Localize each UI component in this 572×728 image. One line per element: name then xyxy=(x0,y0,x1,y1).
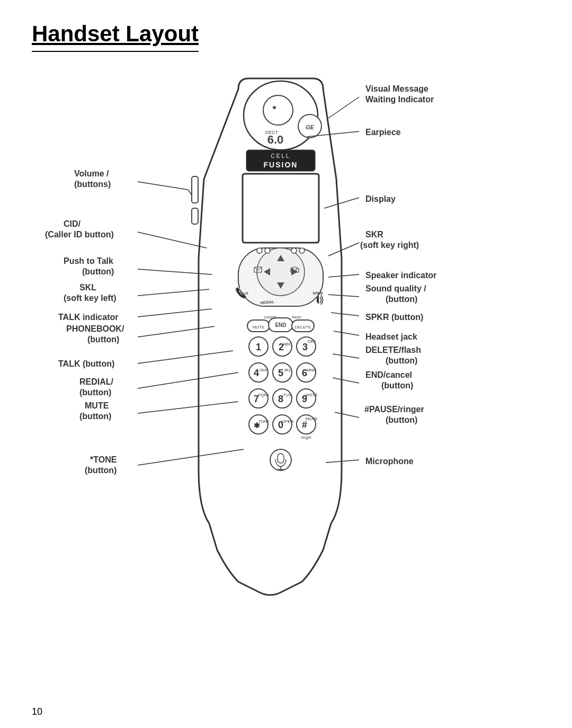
svg-text:DELETE: DELETE xyxy=(294,325,311,330)
label-delete-flash: DELETE/flash xyxy=(365,345,421,354)
svg-text:(button): (button) xyxy=(79,388,111,397)
label-talk-indicator: TALK indicator xyxy=(58,313,118,322)
label-visual-message: Visual Message xyxy=(365,84,428,93)
svg-text:MUTE: MUTE xyxy=(253,325,265,330)
svg-text:(button): (button) xyxy=(79,412,111,421)
svg-point-1 xyxy=(263,95,293,125)
label-skr: SKR xyxy=(365,230,383,239)
svg-text:TONE: TONE xyxy=(258,420,269,423)
svg-point-29 xyxy=(299,248,305,253)
svg-text:END: END xyxy=(275,322,286,328)
page-title: Handset Layout xyxy=(32,21,199,52)
label-phonebook: PHONEBOOK/ xyxy=(66,324,124,333)
svg-text:(soft key right): (soft key right) xyxy=(360,241,419,250)
page-number: 10 xyxy=(32,706,42,717)
label-spkr-button: SPKR (button) xyxy=(365,313,423,322)
svg-line-84 xyxy=(138,182,188,190)
phone-body: GE DECT 6.0 CELL FUSION CID xyxy=(192,78,342,595)
svg-text:3: 3 xyxy=(302,342,308,352)
handset-diagram: GE DECT 6.0 CELL FUSION CID xyxy=(32,68,540,677)
page-container: Handset Layout GE DECT 6.0 xyxy=(0,0,572,728)
svg-text:PQRS: PQRS xyxy=(258,393,269,397)
label-pause-ringer: #PAUSE/ringer xyxy=(364,405,424,414)
label-speaker-indicator: Speaker indicator xyxy=(365,271,436,280)
label-volume: Volume / xyxy=(74,169,109,178)
svg-text:JKL: JKL xyxy=(284,368,291,372)
label-talk-button: TALK (button) xyxy=(58,359,114,368)
svg-text:5: 5 xyxy=(278,368,283,378)
label-mute: MUTE xyxy=(85,401,109,410)
svg-line-80 xyxy=(328,97,359,118)
svg-text:(button): (button) xyxy=(381,381,413,390)
svg-text:(buttons): (buttons) xyxy=(74,180,111,189)
svg-text:FUSION: FUSION xyxy=(264,161,298,169)
svg-text:ringer: ringer xyxy=(301,435,312,440)
label-sound-quality: Sound quality / xyxy=(365,284,426,293)
svg-text:GHI: GHI xyxy=(260,368,267,372)
svg-text:(Caller ID button): (Caller ID button) xyxy=(45,230,114,239)
svg-text:DEF: DEF xyxy=(308,339,316,344)
label-display: Display xyxy=(365,194,396,203)
label-skl: SKL xyxy=(79,283,96,292)
svg-line-87 xyxy=(138,232,207,248)
label-earpiece: Earpiece xyxy=(365,128,401,137)
svg-point-22 xyxy=(240,288,242,290)
svg-text:1: 1 xyxy=(256,342,261,352)
label-end-cancel: END/cancel xyxy=(365,370,412,379)
svg-rect-78 xyxy=(192,176,198,203)
svg-text:TUV: TUV xyxy=(283,393,292,397)
svg-point-28 xyxy=(291,248,297,253)
svg-rect-79 xyxy=(192,208,198,224)
label-tone: *TONE xyxy=(90,455,117,464)
label-microphone: Microphone xyxy=(365,457,414,466)
svg-point-27 xyxy=(265,248,270,253)
svg-text:(button): (button) xyxy=(386,295,417,304)
label-headset-jack: Headset jack xyxy=(365,332,417,341)
svg-text:(button): (button) xyxy=(87,335,119,344)
svg-text:(button): (button) xyxy=(82,267,114,276)
svg-text:(soft key left): (soft key left) xyxy=(64,294,117,303)
label-redial: REDIAL/ xyxy=(79,377,114,386)
svg-text:WXYZ: WXYZ xyxy=(305,393,317,397)
diagram-area: GE DECT 6.0 CELL FUSION CID xyxy=(32,68,540,677)
svg-text:#: # xyxy=(302,420,307,430)
svg-text:(button): (button) xyxy=(386,415,417,424)
svg-point-26 xyxy=(257,248,262,253)
svg-line-83 xyxy=(188,190,192,195)
label-push-to-talk: Push to Talk xyxy=(64,256,113,265)
svg-text:SPKR: SPKR xyxy=(312,291,323,295)
svg-text:MNO: MNO xyxy=(307,368,317,372)
svg-text:OPER: OPER xyxy=(282,419,294,424)
svg-text:ABC: ABC xyxy=(283,342,292,347)
svg-text:6.0: 6.0 xyxy=(267,133,284,146)
svg-text:CELL: CELL xyxy=(271,153,290,159)
svg-text:Waiting Indicator: Waiting Indicator xyxy=(365,95,434,104)
svg-text:GE: GE xyxy=(306,124,315,130)
svg-rect-10 xyxy=(243,174,319,243)
svg-text:4: 4 xyxy=(254,368,259,378)
svg-text:(button): (button) xyxy=(85,466,117,475)
svg-text:PAUSE: PAUSE xyxy=(305,417,318,421)
label-cid: CID/ xyxy=(64,219,81,228)
svg-point-2 xyxy=(273,106,276,109)
svg-text:(button): (button) xyxy=(386,356,417,365)
svg-text:flash: flash xyxy=(292,315,301,319)
